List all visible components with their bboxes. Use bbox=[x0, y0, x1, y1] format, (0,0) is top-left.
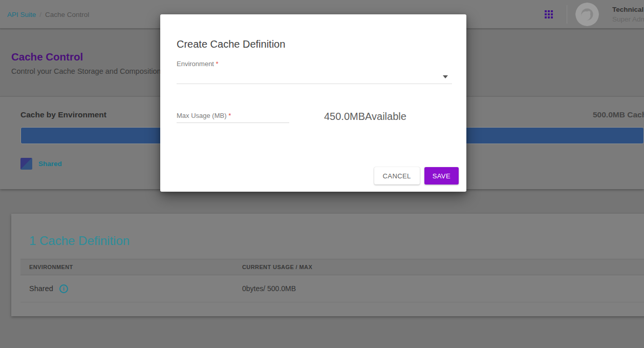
create-cache-definition-dialog: Create Cache Definition Environment * Ma… bbox=[160, 14, 466, 192]
chevron-down-icon bbox=[443, 75, 448, 78]
environment-field-label: Environment * bbox=[177, 60, 219, 68]
dialog-actions: CANCEL SAVE bbox=[374, 167, 459, 185]
save-button[interactable]: SAVE bbox=[424, 167, 459, 185]
required-asterisk: * bbox=[216, 60, 219, 68]
cancel-button[interactable]: CANCEL bbox=[374, 167, 420, 185]
available-amount-label: 450.0MBAvailable bbox=[324, 111, 406, 122]
dialog-title: Create Cache Definition bbox=[177, 38, 285, 50]
max-usage-input[interactable] bbox=[177, 114, 289, 123]
environment-select[interactable] bbox=[177, 70, 452, 84]
